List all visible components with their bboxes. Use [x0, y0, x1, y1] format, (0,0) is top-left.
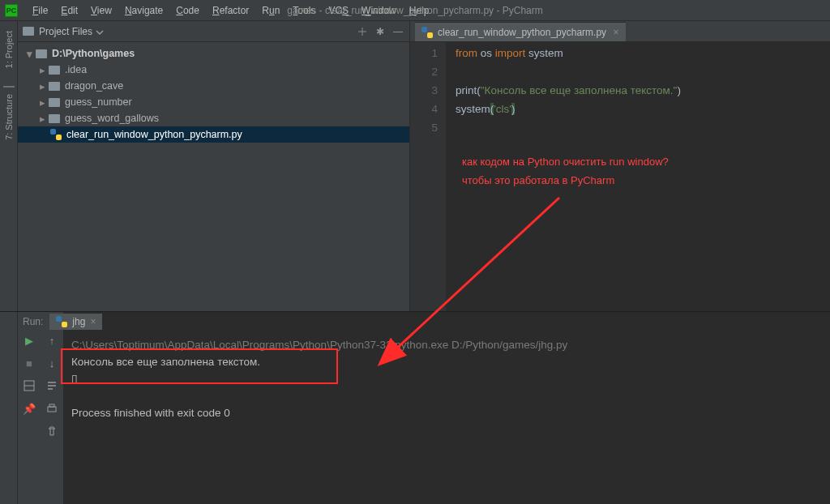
run-label: Run: — [18, 316, 43, 327]
menu-refactor[interactable]: Refactor — [206, 2, 255, 19]
menu-file[interactable]: File — [26, 2, 54, 19]
menu-navigate[interactable]: Navigate — [118, 2, 169, 19]
menu-view[interactable]: View — [84, 2, 118, 19]
folder-icon — [49, 82, 60, 91]
tree-item-label: guess_word_gallows — [65, 113, 159, 124]
expand-icon[interactable]: ▸ — [37, 113, 47, 125]
side-tab-project[interactable]: 1: Project — [2, 26, 15, 73]
folder-icon — [49, 66, 60, 75]
collapse-icon[interactable]: — — [391, 25, 404, 38]
tree-item-label: dragon_cave — [65, 80, 123, 92]
scroll-down-icon[interactable]: ↓ — [45, 356, 59, 370]
menu-bar: PC File Edit View Navigate Code Refactor… — [0, 0, 830, 21]
folder-icon — [49, 98, 60, 107]
window-title: games - clear_run_window_python_pycharm.… — [287, 5, 542, 16]
run-stop-icon[interactable]: ■ — [22, 356, 36, 370]
run-console[interactable]: C:\Users\Toptimum\AppData\Local\Programs… — [63, 312, 830, 504]
svg-rect-2 — [48, 407, 56, 412]
project-panel-title[interactable]: Project Files — [39, 26, 92, 37]
pycharm-logo-icon: PC — [5, 4, 18, 17]
tree-item-idea[interactable]: ▸ .idea — [18, 62, 409, 78]
editor-tabs: clear_run_window_python_pycharm.py × — [410, 21, 830, 42]
editor-pane: clear_run_window_python_pycharm.py × 1 2… — [410, 21, 830, 311]
expand-icon[interactable]: ▸ — [37, 96, 47, 109]
menu-code[interactable]: Code — [169, 2, 206, 19]
run-tools-mid: ↑ ↓ — [41, 312, 63, 504]
side-divider-icon — [3, 86, 15, 88]
console-exit-line: Process finished with exit code 0 — [71, 404, 822, 421]
run-gutter — [0, 312, 18, 504]
run-play-icon[interactable]: ▶ — [22, 333, 36, 348]
print-icon[interactable] — [45, 401, 59, 416]
python-file-icon — [421, 27, 433, 38]
run-tools-left: ▶ ■ 📌 — [18, 312, 41, 504]
expand-icon[interactable]: ▾ — [24, 48, 34, 60]
tree-item-clear-run[interactable]: clear_run_window_python_pycharm.py — [18, 126, 409, 143]
run-panel: ▶ ■ 📌 ↑ ↓ C:\Users\Toptimum\AppData\Loca… — [0, 311, 830, 504]
side-tab-structure[interactable]: 7: Structure — [2, 89, 15, 145]
project-panel: Project Files ✱ — ▾ D:\Python\games ▸ .i… — [18, 21, 410, 311]
menu-edit[interactable]: Edit — [54, 2, 84, 19]
tree-item-guess-word[interactable]: ▸ guess_word_gallows — [18, 110, 409, 126]
project-tree: ▾ D:\Python\games ▸ .idea ▸ dragon_cave … — [18, 42, 409, 311]
expand-icon[interactable]: ▸ — [37, 80, 47, 92]
folder-icon — [49, 114, 60, 123]
folder-icon — [23, 27, 34, 36]
tree-item-label: guess_number — [65, 96, 132, 108]
annotation-text: как кодом на Python очистить run window?… — [462, 152, 669, 190]
folder-icon — [36, 49, 47, 58]
tree-item-dragon[interactable]: ▸ dragon_cave — [18, 78, 409, 94]
tree-item-label: .idea — [65, 64, 87, 75]
svg-rect-3 — [49, 404, 54, 407]
editor-tab-label: clear_run_window_python_pycharm.py — [438, 27, 606, 38]
tree-item-label: clear_run_window_python_pycharm.py — [66, 129, 242, 140]
gear-icon[interactable]: ✱ — [374, 25, 387, 38]
close-icon[interactable]: × — [613, 26, 619, 38]
editor-tab[interactable]: clear_run_window_python_pycharm.py × — [415, 22, 626, 41]
expand-icon[interactable]: ▸ — [37, 64, 47, 76]
chevron-down-icon[interactable] — [96, 28, 104, 36]
wrap-icon[interactable] — [45, 378, 59, 393]
trash-icon[interactable] — [45, 424, 59, 438]
tree-item-guess-number[interactable]: ▸ guess_number — [18, 94, 409, 110]
python-file-icon — [50, 129, 62, 140]
tree-root[interactable]: ▾ D:\Python\games — [18, 45, 409, 62]
code-area[interactable]: 1 2 3 4 5 from os import system print("К… — [410, 42, 830, 311]
scroll-up-icon[interactable]: ↑ — [45, 333, 59, 348]
run-pin-icon[interactable]: 📌 — [22, 401, 36, 416]
project-panel-header: Project Files ✱ — — [18, 21, 409, 42]
annotation-highlight-box — [61, 348, 338, 384]
line-gutter: 1 2 3 4 5 — [410, 42, 446, 311]
code-text[interactable]: from os import system print("Консоль все… — [446, 42, 830, 311]
tree-root-label: D:\Python\games — [52, 48, 135, 59]
scroll-from-source-icon[interactable] — [356, 25, 369, 38]
left-tool-strip: 1: Project 7: Structure — [0, 21, 18, 311]
run-layout-icon[interactable] — [22, 378, 36, 393]
menu-run[interactable]: Run — [255, 2, 286, 19]
